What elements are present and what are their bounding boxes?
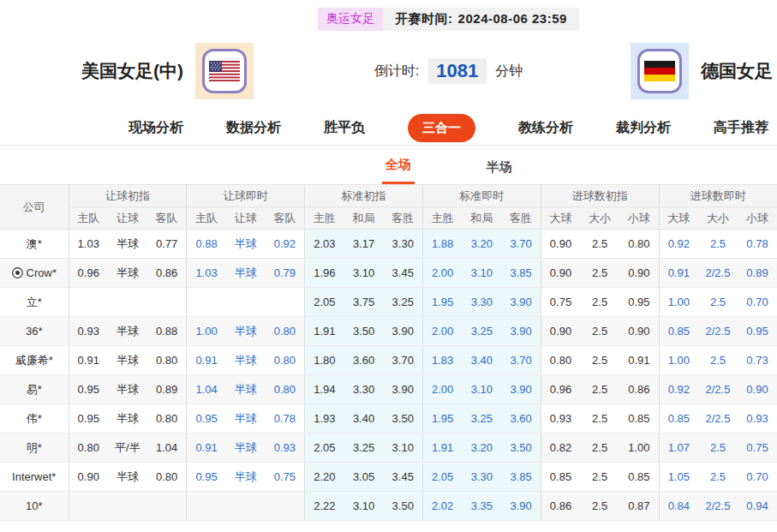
odds-cell-live[interactable]: 半球 [226,433,266,463]
odds-cell-live[interactable]: 2/2.5 [698,404,738,433]
company-name: 明* [0,433,69,463]
odds-cell-live [226,288,266,317]
odds-cell-live[interactable]: 0.73 [738,346,777,375]
odds-cell-live[interactable]: 3.10 [462,375,501,404]
odds-cell-live[interactable]: 1.03 [187,259,226,288]
odds-cell-live[interactable]: 0.80 [266,375,305,404]
odds-cell-live[interactable]: 3.35 [462,492,501,521]
odds-cell-live[interactable]: 1.83 [422,346,462,375]
odds-cell-live[interactable]: 0.84 [659,492,698,521]
odds-cell-live[interactable]: 半球 [226,259,266,288]
odds-cell-live[interactable]: 0.94 [738,492,777,521]
odds-cell-live[interactable]: 2/2.5 [698,375,738,404]
odds-cell-live[interactable]: 3.90 [501,492,541,521]
home-team: 美国女足(中) [81,43,254,99]
odds-cell-live[interactable]: 0.89 [738,259,777,288]
tab-2[interactable]: 数据分析 [226,119,281,137]
odds-cell-live[interactable]: 半球 [226,317,266,346]
odds-cell-live[interactable]: 3.85 [501,259,541,288]
odds-cell-live[interactable]: 0.75 [266,463,305,492]
odds-cell-live[interactable]: 2.00 [422,375,462,404]
odds-cell-live[interactable]: 2.5 [698,230,738,259]
odds-cell-live[interactable]: 3.85 [501,463,541,492]
odds-cell-live[interactable]: 0.92 [659,375,698,404]
odds-cell-initial: 0.96 [541,375,580,404]
odds-cell-live[interactable]: 1.07 [659,433,698,463]
odds-cell-live[interactable]: 半球 [226,230,266,259]
odds-cell-live[interactable]: 0.92 [659,230,698,259]
odds-cell-live[interactable]: 1.00 [187,317,226,346]
odds-cell-live[interactable]: 3.30 [462,288,501,317]
subtab-2[interactable]: 半场 [483,151,516,184]
odds-cell-live[interactable]: 3.70 [501,346,541,375]
odds-cell-live[interactable]: 0.91 [187,433,226,463]
odds-cell-live[interactable]: 0.79 [266,259,305,288]
odds-cell-live[interactable]: 1.88 [422,230,462,259]
odds-cell-live[interactable]: 0.80 [266,317,305,346]
tab-3[interactable]: 胜平负 [324,119,365,137]
odds-cell-live[interactable]: 0.95 [738,317,777,346]
odds-cell-live[interactable]: 3.10 [462,259,501,288]
odds-cell-live[interactable]: 0.78 [738,230,777,259]
odds-cell-live[interactable]: 0.93 [738,404,777,433]
odds-cell-live[interactable]: 2/2.5 [698,259,738,288]
odds-cell-live[interactable]: 2.5 [698,463,738,492]
odds-cell-live[interactable]: 1.00 [659,346,698,375]
odds-cell-live[interactable]: 0.90 [738,375,777,404]
tab-1[interactable]: 现场分析 [129,119,183,137]
odds-cell-live[interactable]: 2.05 [422,463,462,492]
odds-cell-live[interactable]: 2.02 [422,492,462,521]
odds-cell-live[interactable]: 半球 [226,404,266,433]
odds-cell-live[interactable]: 3.25 [462,404,501,433]
odds-cell-live[interactable]: 3.60 [501,404,541,433]
odds-cell-live[interactable]: 3.90 [501,375,541,404]
odds-cell-live[interactable]: 半球 [226,463,266,492]
odds-cell-live[interactable]: 3.40 [462,346,501,375]
odds-cell-live[interactable]: 3.30 [462,463,501,492]
odds-cell-live[interactable]: 0.85 [659,404,698,433]
odds-cell-live[interactable]: 0.88 [187,230,226,259]
germany-flag-icon [637,49,682,93]
odds-cell-initial: 3.10 [344,259,384,288]
odds-cell-live[interactable]: 半球 [226,375,266,404]
odds-cell-live[interactable]: 1.95 [422,404,462,433]
odds-cell-live[interactable]: 2/2.5 [698,492,738,521]
odds-cell-live[interactable]: 3.20 [462,433,501,463]
odds-cell-live[interactable]: 0.95 [187,404,226,433]
tab-4[interactable]: 三合一 [408,114,475,142]
tab-6[interactable]: 裁判分析 [616,119,671,137]
odds-cell-live[interactable]: 3.90 [501,288,541,317]
odds-cell-live[interactable]: 1.04 [187,375,226,404]
odds-cell-live[interactable]: 2.5 [698,288,738,317]
odds-cell-live[interactable]: 0.85 [659,317,698,346]
odds-cell-live[interactable]: 3.90 [501,317,541,346]
odds-cell-live[interactable]: 1.91 [422,433,462,463]
odds-cell-live[interactable]: 2.5 [698,346,738,375]
odds-cell-live[interactable]: 半球 [226,346,266,375]
odds-cell-live[interactable]: 0.78 [266,404,305,433]
odds-cell-live[interactable]: 1.95 [422,288,462,317]
odds-cell-live[interactable]: 0.75 [738,433,777,463]
odds-cell-live[interactable]: 0.92 [266,230,305,259]
odds-cell-live[interactable]: 3.70 [501,230,541,259]
odds-cell-live[interactable]: 1.00 [659,288,698,317]
odds-cell-live[interactable]: 0.95 [187,463,226,492]
odds-cell-live[interactable]: 3.50 [501,433,541,463]
odds-cell-live[interactable]: 0.70 [738,288,777,317]
odds-cell-live[interactable]: 0.91 [187,346,226,375]
odds-cell-live[interactable]: 0.91 [659,259,698,288]
odds-cell-live[interactable]: 3.20 [462,230,501,259]
odds-cell-live[interactable]: 2.5 [698,433,738,463]
odds-cell-live[interactable]: 1.05 [659,463,698,492]
odds-cell-live[interactable]: 0.93 [266,433,305,463]
tab-7[interactable]: 高手推荐 [714,119,768,137]
odds-cell-live[interactable]: 2.00 [422,317,462,346]
odds-cell-live[interactable]: 2/2.5 [698,317,738,346]
odds-cell-live[interactable]: 0.70 [738,463,777,492]
odds-cell-initial: 3.60 [344,346,384,375]
odds-cell-live[interactable]: 0.80 [266,346,305,375]
tab-5[interactable]: 教练分析 [518,119,573,137]
odds-cell-live[interactable]: 2.00 [422,259,462,288]
odds-cell-live[interactable]: 3.25 [462,317,501,346]
subtab-1[interactable]: 全场 [382,148,415,184]
